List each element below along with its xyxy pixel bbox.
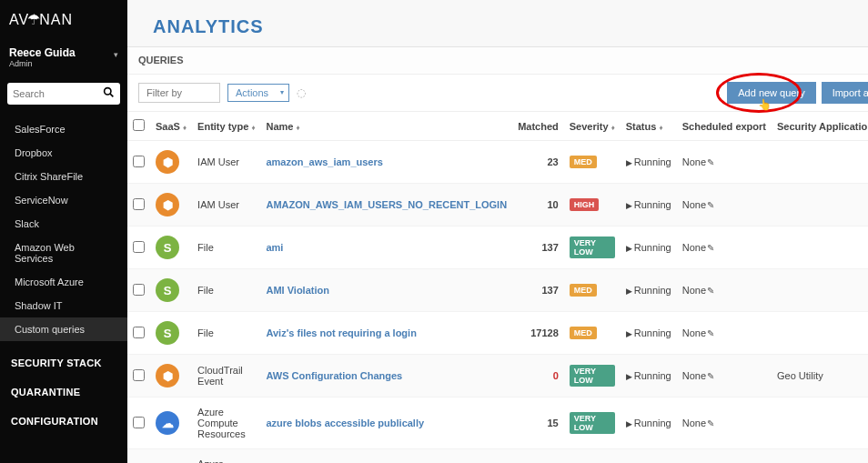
col-matched: Matched [512, 112, 564, 141]
secapp-cell [772, 449, 868, 464]
sidebar-section-header[interactable]: SECURITY STACK [0, 348, 127, 377]
import-query-button[interactable]: Import a query [822, 82, 868, 104]
col-saas[interactable]: SaaS ♦ [150, 112, 192, 141]
row-checkbox[interactable] [133, 369, 145, 381]
entity-type: IAM User [192, 141, 260, 184]
table-row: SFileAviz's files not requiring a login1… [127, 312, 868, 355]
severity-badge: VERY LOW [570, 365, 615, 387]
svg-line-1 [110, 94, 113, 96]
query-name-link[interactable]: AMAZON_AWS_IAM_USERS_NO_RECENT_LOGIN [266, 199, 507, 210]
col-entity[interactable]: Entity type ♦ [192, 112, 260, 141]
export-cell[interactable]: None✎ [677, 141, 772, 184]
export-cell[interactable]: None✎ [677, 184, 772, 226]
user-menu[interactable]: Reece Guida Admin ▾ [0, 39, 127, 77]
col-severity[interactable]: Severity ♦ [564, 112, 621, 141]
play-icon: ▶ [626, 287, 632, 296]
panel-title: QUERIES [138, 55, 184, 66]
col-secapp[interactable]: Security Applications ♦ [772, 112, 868, 141]
saas-icon: ⬢ [156, 364, 179, 388]
query-name-link[interactable]: AMI Violation [266, 285, 328, 296]
sidebar-item[interactable]: Slack [0, 212, 127, 236]
status-cell: ▶Running [621, 141, 677, 184]
severity-badge: MED [570, 327, 597, 339]
table-row: ⬢IAM UserAMAZON_AWS_IAM_USERS_NO_RECENT_… [127, 184, 868, 226]
status-cell: ▶Running [621, 184, 677, 226]
matched-count: 2494 [512, 449, 564, 464]
export-cell[interactable]: None✎ [677, 312, 772, 355]
sidebar-section-header[interactable]: CONFIGURATION [0, 407, 127, 436]
export-cell[interactable]: None✎ [677, 355, 772, 398]
play-icon: ▶ [626, 244, 632, 253]
filter-input[interactable] [138, 83, 220, 103]
main-content: ANALYTICS QUERIES ⚙ Actions ▾ ◌ Add new … [127, 0, 868, 463]
status-cell: ▶Running [621, 226, 677, 269]
secapp-cell [772, 226, 868, 269]
sidebar-item[interactable]: ServiceNow [0, 188, 127, 212]
entity-type: File [192, 269, 260, 312]
sidebar-item[interactable]: Amazon Web Services [0, 236, 127, 270]
matched-count: 17128 [512, 312, 564, 355]
row-checkbox[interactable] [133, 327, 145, 338]
col-export: Scheduled export [677, 112, 772, 141]
nav-list: SalesForceDropboxCitrix ShareFileService… [0, 110, 127, 348]
search-input[interactable] [13, 88, 103, 99]
sidebar-section-header[interactable]: QUARANTINE [0, 377, 127, 407]
add-new-query-button[interactable]: Add new query [727, 82, 815, 104]
export-cell[interactable]: None✎ [677, 269, 772, 312]
severity-badge: MED [570, 284, 597, 297]
query-name-link[interactable]: Aviz's files not requiring a login [266, 327, 416, 338]
secapp-cell [772, 398, 868, 449]
sidebar-item[interactable]: SalesForce [0, 117, 127, 141]
export-cell[interactable]: None✎ [677, 398, 772, 449]
actions-dropdown[interactable]: Actions [227, 84, 289, 102]
matched-count: 10 [512, 184, 564, 226]
entity-type: IAM User [192, 184, 260, 226]
pencil-icon: ✎ [707, 418, 714, 428]
saas-icon: S [156, 278, 179, 302]
entity-type: File [192, 226, 260, 269]
play-icon: ▶ [626, 158, 632, 167]
select-all-checkbox[interactable] [133, 119, 145, 131]
brand-logo: AV☂NAN [0, 0, 127, 39]
search-icon [103, 86, 115, 101]
pencil-icon: ✎ [707, 200, 714, 210]
query-name-link[interactable]: ami [266, 242, 283, 253]
matched-count: 137 [512, 226, 564, 269]
row-checkbox[interactable] [133, 156, 145, 167]
col-name[interactable]: Name ♦ [260, 112, 512, 141]
row-checkbox[interactable] [133, 241, 145, 253]
entity-type: Azure Security Alert [192, 449, 260, 464]
matched-count: 23 [512, 141, 564, 184]
table-row: ⬢IAM Useramazon_aws_iam_users23MED▶Runni… [127, 141, 868, 184]
query-name-link[interactable]: azure blobs accessible publically [266, 418, 424, 428]
sidebar-item[interactable]: Dropbox [0, 141, 127, 165]
matched-count: 137 [512, 269, 564, 312]
loading-spinner-icon: ◌ [297, 86, 306, 99]
sort-icon: ♦ [251, 124, 255, 132]
pencil-icon: ✎ [707, 328, 714, 338]
row-checkbox[interactable] [133, 284, 145, 296]
row-checkbox[interactable] [133, 417, 145, 428]
saas-icon: ⬢ [156, 193, 179, 216]
status-cell: ▶Running [621, 355, 677, 398]
sidebar-item[interactable]: Shadow IT [0, 294, 127, 317]
matched-count: 0 [512, 355, 564, 398]
export-cell[interactable]: None✎ [677, 449, 772, 464]
play-icon: ▶ [626, 329, 632, 338]
sort-icon: ♦ [659, 124, 662, 132]
search-input-wrap[interactable] [7, 83, 120, 105]
query-name-link[interactable]: AWS Configuration Changes [266, 370, 402, 381]
row-checkbox[interactable] [133, 198, 145, 210]
sidebar-item[interactable]: Microsoft Azure [0, 270, 127, 294]
saas-icon: S [156, 321, 179, 345]
select-all-header[interactable] [127, 112, 150, 141]
export-cell[interactable]: None✎ [677, 226, 772, 269]
sidebar-item[interactable]: Custom queries [0, 317, 127, 341]
pencil-icon: ✎ [707, 243, 714, 253]
sidebar-item[interactable]: Citrix ShareFile [0, 165, 127, 188]
entity-type: CloudTrail Event [192, 355, 260, 398]
table-row: SFileami137VERY LOW▶RunningNone✎ [127, 226, 868, 269]
sidebar: AV☂NAN Reece Guida Admin ▾ SalesForceDro… [0, 0, 127, 463]
query-name-link[interactable]: amazon_aws_iam_users [266, 156, 382, 167]
col-status[interactable]: Status ♦ [621, 112, 677, 141]
